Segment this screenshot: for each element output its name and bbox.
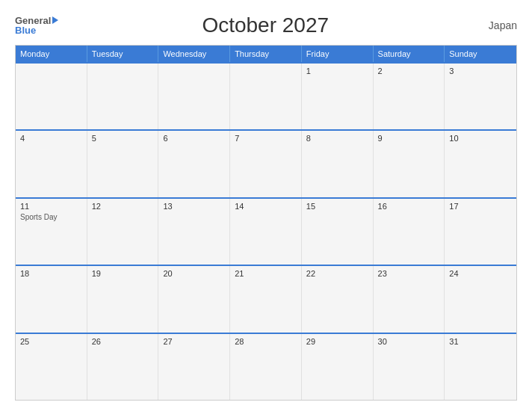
- day-4: 4: [20, 134, 82, 143]
- cell-w1-wed: [158, 64, 230, 129]
- col-wednesday: Wednesday: [158, 46, 230, 62]
- day-22: 22: [306, 269, 368, 278]
- day-24: 24: [449, 269, 512, 278]
- col-friday: Friday: [302, 46, 374, 62]
- cell-w4-thu: 21: [230, 266, 302, 332]
- logo-blue-text: Blue: [15, 25, 36, 35]
- cell-w1-sun: 3: [445, 64, 516, 129]
- day-18: 18: [20, 269, 82, 278]
- day-19: 19: [92, 269, 154, 278]
- day-17: 17: [449, 202, 512, 211]
- day-1: 1: [306, 67, 368, 75]
- calendar: Monday Tuesday Wednesday Thursday Friday…: [15, 45, 517, 401]
- day-8: 8: [306, 134, 368, 143]
- week-1: 1 2 3: [16, 62, 516, 129]
- week-2: 4 5 6 7 8 9 10: [16, 129, 516, 197]
- col-thursday: Thursday: [230, 46, 302, 62]
- day-5: 5: [92, 134, 154, 143]
- cell-w3-thu: 14: [230, 199, 302, 265]
- cell-w5-mon: 25: [16, 334, 87, 400]
- cell-w1-fri: 1: [302, 64, 374, 129]
- cell-w2-tue: 5: [87, 131, 159, 197]
- cell-w5-wed: 27: [158, 334, 230, 400]
- header: General Blue October 2027 Japan: [15, 13, 517, 37]
- col-saturday: Saturday: [374, 46, 445, 62]
- week-3: 11 Sports Day 12 13 14 15 16 17: [16, 197, 516, 265]
- cell-w3-wed: 13: [158, 199, 230, 265]
- cell-w4-sat: 23: [374, 266, 445, 332]
- cell-w3-sat: 16: [374, 199, 445, 265]
- cell-w2-wed: 6: [158, 131, 230, 197]
- week-4: 18 19 20 21 22 23 24: [16, 265, 516, 332]
- day-30: 30: [378, 337, 440, 346]
- cell-w1-mon: [16, 64, 87, 129]
- cell-w5-thu: 28: [230, 334, 302, 400]
- day-10: 10: [449, 134, 512, 143]
- cell-w3-sun: 17: [445, 199, 516, 265]
- day-6: 6: [163, 134, 225, 143]
- calendar-header-row: Monday Tuesday Wednesday Thursday Friday…: [16, 46, 516, 62]
- cell-w5-sun: 31: [445, 334, 516, 400]
- day-9: 9: [378, 134, 440, 143]
- col-sunday: Sunday: [445, 46, 516, 62]
- day-12: 12: [92, 202, 154, 211]
- day-21: 21: [235, 269, 297, 278]
- logo: General Blue: [15, 16, 58, 35]
- event-sports-day: Sports Day: [20, 213, 82, 221]
- week-5: 25 26 27 28 29 30 31: [16, 333, 516, 400]
- cell-w5-tue: 26: [87, 334, 159, 400]
- cell-w3-tue: 12: [87, 199, 159, 265]
- cell-w4-fri: 22: [302, 266, 374, 332]
- cell-w3-fri: 15: [302, 199, 374, 265]
- day-26: 26: [92, 337, 154, 346]
- country-label: Japan: [472, 19, 517, 31]
- day-13: 13: [163, 202, 225, 211]
- col-tuesday: Tuesday: [87, 46, 159, 62]
- cell-w2-sun: 10: [445, 131, 516, 197]
- day-29: 29: [306, 337, 368, 346]
- day-28: 28: [235, 337, 297, 346]
- day-14: 14: [235, 202, 297, 211]
- cell-w2-thu: 7: [230, 131, 302, 197]
- day-20: 20: [163, 269, 225, 278]
- cell-w4-wed: 20: [158, 266, 230, 332]
- cell-w5-sat: 30: [374, 334, 445, 400]
- cell-w1-sat: 2: [374, 64, 445, 129]
- cell-w4-sun: 24: [445, 266, 516, 332]
- day-23: 23: [378, 269, 440, 278]
- day-15: 15: [306, 202, 368, 211]
- calendar-title: October 2027: [58, 13, 472, 37]
- day-31: 31: [449, 337, 512, 346]
- cell-w2-sat: 9: [374, 131, 445, 197]
- cell-w4-mon: 18: [16, 266, 87, 332]
- cell-w2-fri: 8: [302, 131, 374, 197]
- day-27: 27: [163, 337, 225, 346]
- day-3: 3: [449, 67, 512, 75]
- day-7: 7: [235, 134, 297, 143]
- day-2: 2: [378, 67, 440, 75]
- page: General Blue October 2027 Japan Monday T…: [0, 0, 532, 411]
- cell-w5-fri: 29: [302, 334, 374, 400]
- day-25: 25: [20, 337, 82, 346]
- cell-w4-tue: 19: [87, 266, 159, 332]
- cell-w3-mon: 11 Sports Day: [16, 199, 87, 265]
- day-16: 16: [378, 202, 440, 211]
- cell-w1-tue: [87, 64, 159, 129]
- calendar-body: 1 2 3 4 5 6 7 8 9 10 11 Sports Day 12: [16, 62, 516, 400]
- cell-w1-thu: [230, 64, 302, 129]
- day-11: 11: [20, 202, 82, 211]
- logo-triangle-icon: [52, 16, 58, 24]
- col-monday: Monday: [16, 46, 87, 62]
- cell-w2-mon: 4: [16, 131, 87, 197]
